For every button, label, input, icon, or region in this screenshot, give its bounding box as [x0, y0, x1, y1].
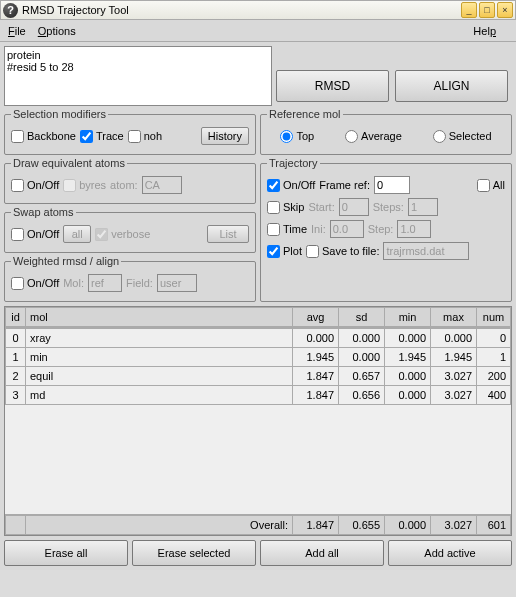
table-row[interactable]: 1min1.9450.0001.9451.9451 [6, 348, 511, 367]
traj-time[interactable]: Time [267, 223, 307, 236]
reference-mol: Reference mol Top Average Selected [260, 108, 512, 155]
wrmsd-mol [88, 274, 122, 292]
skip-steps [408, 198, 438, 216]
skip-start [339, 198, 369, 216]
table-row[interactable]: 0xray0.0000.0000.0000.0000 [6, 329, 511, 348]
selection-modifiers: Selection modifiers Backbone Trace noh H… [4, 108, 256, 155]
draw-equiv-atoms: Draw equivalent atoms On/Off byres atom: [4, 157, 256, 204]
traj-skip[interactable]: Skip [267, 201, 304, 214]
results-table: id mol avg sd min max num 0xray0.0000.00… [4, 306, 512, 536]
history-button[interactable]: History [201, 127, 249, 145]
align-button[interactable]: ALIGN [395, 70, 508, 102]
erase-selected-button[interactable]: Erase selected [132, 540, 256, 566]
menu-help[interactable]: Help [473, 25, 496, 37]
titlebar: ? RMSD Trajectory Tool _ □ × [0, 0, 516, 20]
trace-check[interactable]: Trace [80, 130, 124, 143]
minimize-button[interactable]: _ [461, 2, 477, 18]
menu-options[interactable]: Options [38, 25, 76, 37]
rmsd-button[interactable]: RMSD [276, 70, 389, 102]
save-file-field [383, 242, 469, 260]
table-row[interactable]: 3md1.8470.6560.0003.027400 [6, 386, 511, 405]
traj-onoff[interactable]: On/Off [267, 179, 315, 192]
maximize-button[interactable]: □ [479, 2, 495, 18]
ref-top[interactable]: Top [280, 130, 314, 143]
close-button[interactable]: × [497, 2, 513, 18]
add-all-button[interactable]: Add all [260, 540, 384, 566]
overall-row: Overall: 1.847 0.655 0.000 3.027 601 [6, 516, 511, 535]
help-icon[interactable]: ? [3, 3, 18, 18]
traj-all[interactable]: All [477, 179, 505, 192]
erase-all-button[interactable]: Erase all [4, 540, 128, 566]
ref-selected[interactable]: Selected [433, 130, 492, 143]
window-title: RMSD Trajectory Tool [22, 4, 459, 16]
noh-check[interactable]: noh [128, 130, 162, 143]
add-active-button[interactable]: Add active [388, 540, 512, 566]
content: protein #resid 5 to 28 RMSD ALIGN Select… [0, 42, 516, 570]
draweq-onoff[interactable]: On/Off [11, 179, 59, 192]
swap-verbose: verbose [95, 228, 150, 241]
menu-file[interactable]: File [8, 25, 26, 37]
menubar: File Options Help [0, 20, 516, 42]
swap-list-button: List [207, 225, 249, 243]
traj-save[interactable]: Save to file: [306, 245, 379, 258]
weighted-rmsd: Weighted rmsd / align On/Off Mol: Field: [4, 255, 256, 302]
swap-onoff[interactable]: On/Off [11, 228, 59, 241]
swap-atoms: Swap atoms On/Off all verbose List [4, 206, 256, 253]
swap-all-button: all [63, 225, 91, 243]
wrmsd-field [157, 274, 197, 292]
ref-average[interactable]: Average [345, 130, 402, 143]
trajectory: Trajectory On/Off Frame ref: All Skip St… [260, 157, 512, 302]
frame-ref-field[interactable] [374, 176, 410, 194]
wrmsd-onoff[interactable]: On/Off [11, 277, 59, 290]
draweq-byres: byres [63, 179, 106, 192]
time-step [397, 220, 431, 238]
selection-textarea[interactable]: protein #resid 5 to 28 [4, 46, 272, 106]
backbone-check[interactable]: Backbone [11, 130, 76, 143]
draweq-atom-field [142, 176, 182, 194]
traj-plot[interactable]: Plot [267, 245, 302, 258]
table-row[interactable]: 2equil1.8470.6570.0003.027200 [6, 367, 511, 386]
time-ini [330, 220, 364, 238]
